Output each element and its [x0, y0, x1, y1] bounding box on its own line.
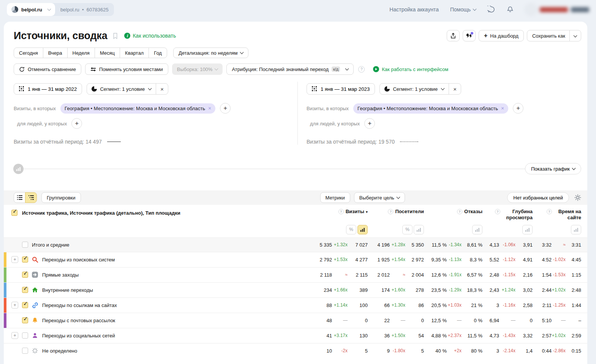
segment-selector[interactable]: Сегмент: 1 условие [87, 84, 156, 94]
chat-icon[interactable] [487, 6, 495, 13]
expand-button[interactable]: + [11, 302, 18, 309]
value-period-b: 2,16 [517, 272, 533, 278]
period-tab[interactable]: Месяц [95, 47, 120, 58]
bars-toggle[interactable] [357, 225, 368, 234]
help-icon[interactable]: ? [358, 66, 365, 73]
how-to-use-link[interactable]: i Как использовать [124, 33, 176, 39]
date-range-selector[interactable]: 1 янв — 31 мар 2023 [307, 83, 375, 95]
period-tab[interactable]: Год [149, 47, 167, 58]
groupings-button[interactable]: Группировки [41, 192, 81, 203]
segment-selector[interactable]: Сегмент: 1 условие [380, 84, 449, 94]
row-checkbox[interactable] [22, 332, 28, 339]
geo-filter-chip[interactable]: География • Местоположение: Москва и Мос… [353, 103, 508, 114]
geo-filter-chip[interactable]: География • Местоположение: Москва и Мос… [60, 103, 215, 114]
bookmark-icon[interactable] [112, 33, 118, 39]
add-people-condition-button[interactable]: + [364, 118, 375, 129]
column-header[interactable]: ?Отказы [429, 209, 482, 221]
period-tab[interactable]: Сегодня [14, 47, 43, 58]
row-label[interactable]: Переходы из социальных сетей [42, 333, 115, 339]
metric-cell: 3-2.14x1,4 [487, 348, 533, 354]
row-checkbox[interactable] [22, 287, 28, 293]
row-label[interactable]: Прямые заходы [42, 272, 79, 278]
metric-cell: 66+1.30x86 [375, 302, 424, 308]
row-checkbox[interactable] [22, 348, 28, 354]
column-help-icon[interactable]: ? [457, 209, 462, 214]
account-settings-link[interactable]: Настройка аккаунта [389, 6, 439, 13]
period-tab[interactable]: Квартал [120, 47, 149, 58]
add-condition-button[interactable]: + [513, 103, 523, 114]
row-label[interactable]: Внутренние переходы [42, 287, 93, 293]
row-label[interactable]: Итого и средние [32, 242, 69, 248]
column-help-icon[interactable]: ? [547, 209, 552, 214]
no-goals-button[interactable]: Нет избранных целей [507, 192, 569, 203]
help-menu[interactable]: Помощь [450, 6, 476, 13]
expand-button[interactable]: + [11, 256, 18, 263]
row-checkbox[interactable] [22, 317, 28, 323]
column-header[interactable]: ?Визиты▾ [316, 209, 368, 221]
row-label[interactable]: Переходы по ссылкам на сайтах [42, 302, 117, 308]
show-graph-button[interactable]: Показать график [525, 163, 581, 174]
cancel-compare-button[interactable]: Отменить сравнение [14, 63, 81, 75]
period-tab[interactable]: Неделя [67, 47, 95, 58]
counter-selector[interactable]: belpol.ru [7, 3, 55, 16]
period-tab[interactable]: Вчера [43, 47, 68, 58]
change-value: -2.14x [499, 348, 517, 353]
export-button[interactable] [447, 30, 460, 41]
attribution-selector[interactable]: Атрибуция: Последний значимый переход к/… [226, 63, 354, 75]
value-period-b: 4 277 [349, 257, 368, 263]
row-checkbox[interactable] [22, 242, 28, 248]
metrics-button[interactable]: Метрики [320, 192, 350, 203]
bars-toggle[interactable] [414, 225, 424, 234]
select-all-checkbox[interactable] [11, 210, 17, 216]
add-condition-button[interactable]: + [220, 103, 231, 114]
metric-cell: 11,5 %-1.34x8,61 % [429, 242, 482, 248]
choose-goal-selector[interactable]: Выберите цель [354, 192, 405, 203]
remove-segment-button[interactable]: × [449, 84, 461, 94]
row-checkbox[interactable] [22, 272, 28, 278]
column-help-icon[interactable]: ? [338, 209, 344, 214]
row-checkbox[interactable] [22, 256, 28, 263]
percent-toggle[interactable]: % [402, 225, 413, 234]
column-help-icon[interactable]: ? [495, 209, 500, 214]
chart-handle[interactable] [13, 164, 24, 174]
add-to-dashboard-button[interactable]: + На дашборд [479, 30, 524, 41]
sampling-selector[interactable]: Выборка: 100% [172, 63, 223, 75]
row-label[interactable]: Переходы из поисковых систем [42, 257, 115, 263]
detail-selector[interactable]: Детализация: по неделям [173, 47, 248, 58]
bars-toggle[interactable] [472, 225, 482, 234]
add-people-condition-button[interactable]: + [71, 118, 82, 129]
save-as-dropdown[interactable] [569, 30, 581, 41]
change-value: +1.02x [552, 287, 568, 293]
row-label[interactable]: Не определено [42, 348, 77, 354]
remove-segment-button[interactable]: × [156, 84, 168, 94]
column-header[interactable]: ?Глубина просмотра [487, 209, 533, 221]
settings-gear-icon[interactable] [574, 194, 581, 201]
interface-help-link[interactable]: Как работать с интерфейсом [373, 66, 448, 72]
value-period-a: 5,52 [487, 257, 499, 263]
tree-view-toggle[interactable] [25, 192, 37, 203]
value-period-a: 41 [316, 333, 332, 339]
swap-conditions-button[interactable]: Поменять условия местами [85, 63, 168, 75]
visits-condition-label: Визиты, в которых [14, 106, 56, 111]
user-account[interactable] [525, 4, 589, 15]
grouping-header[interactable]: Источник трафика, Источник трафика (дета… [22, 210, 180, 216]
value-period-a: 0:44 [540, 348, 552, 354]
close-icon[interactable]: × [501, 105, 504, 111]
comments-button[interactable] [463, 30, 476, 41]
bars-toggle[interactable] [522, 225, 533, 234]
calendar-icon [312, 86, 317, 92]
column-help-icon[interactable]: ? [388, 209, 393, 214]
percent-toggle[interactable]: % [346, 225, 356, 234]
notifications-bell-icon[interactable] [506, 6, 514, 13]
bars-toggle[interactable] [571, 225, 581, 234]
save-as-button[interactable]: Сохранить как [527, 30, 581, 41]
column-header[interactable]: ?Время на сайте [540, 209, 581, 221]
flat-list-view-toggle[interactable] [14, 192, 25, 203]
expand-button[interactable]: + [11, 332, 18, 339]
column-header[interactable]: ?Посетители [375, 209, 424, 221]
row-checkbox[interactable] [22, 302, 28, 308]
date-range-selector[interactable]: 1 янв — 31 мар 2022 [14, 83, 82, 95]
close-icon[interactable]: × [208, 105, 211, 111]
sort-desc-icon: ▾ [366, 210, 368, 214]
row-label[interactable]: Переходы с почтовых рассылок [42, 318, 115, 323]
